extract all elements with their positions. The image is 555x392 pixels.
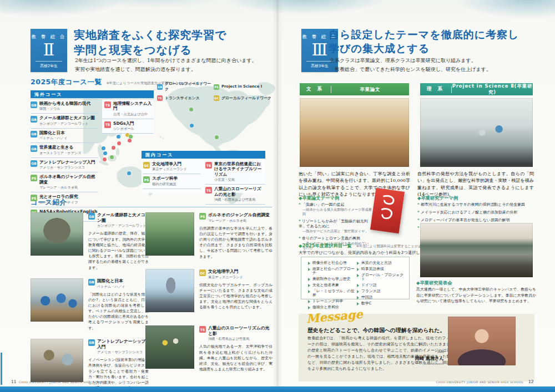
course-tag-gb: GB bbox=[157, 84, 163, 90]
course-item-text: 世界遺産と生きるオーストラリア・ケアンズ bbox=[39, 145, 82, 155]
course-tag-ts: TS bbox=[157, 95, 163, 101]
course-card: GB国際化と日本ベトナム・ハノイ「国際化とはどのような状況を指すのか?」という原… bbox=[31, 278, 149, 331]
elective-item: 時事英語表現 bbox=[357, 267, 406, 271]
elective-item: トレーニング科学 bbox=[308, 299, 357, 303]
course-item-text: 映画から考える韓国の現代韓国・ソウル bbox=[39, 101, 90, 111]
course-card-text: TS八重山のスローツーリズムの光と影沖縄・石垣島および竹富島人気の観光地である一… bbox=[199, 325, 273, 374]
footer-school-name-right: CHUO UNIVERSITY JUNIOR AND SENIOR HIGH S… bbox=[365, 381, 523, 384]
student-caption: 高校 岡崎 凰雅さん Osuke Okazaki bbox=[410, 349, 444, 365]
course-tag-ps: PS bbox=[199, 213, 206, 220]
course-item-title: ボルネオ島のジャングル自然調査 bbox=[39, 174, 97, 185]
course-tag-gb: GB bbox=[31, 131, 37, 138]
map-location-dot-ps bbox=[215, 135, 219, 139]
legend-label: Project in Science Ⅰ bbox=[221, 84, 262, 89]
course-card-title: 文化地理学入門 bbox=[208, 269, 243, 274]
program-badge-2: 教 養 総 合 Ⅱ 高校2年生 bbox=[31, 29, 67, 72]
course-tag-gb: GB bbox=[31, 101, 37, 108]
student-portrait-photo bbox=[448, 317, 516, 365]
elective-item: 米英の文化と言語 bbox=[357, 261, 406, 265]
course-item-location: 東京ディズニーランド bbox=[152, 167, 187, 172]
page-number-left: 11 bbox=[11, 379, 17, 384]
theme-title: 都市河川に生息するコサギの夜間の採餌活動とその発生要因 bbox=[417, 202, 535, 207]
bunkei-theme-heading: ◆卒業論文テーマ例 bbox=[299, 195, 339, 201]
course-tag-ps: PS bbox=[31, 175, 37, 181]
theme-subtitle: —既存サービスの活用と「繁忙期ダイヤ」 bbox=[302, 229, 372, 233]
student-name-romaji: Osuke Okazaki bbox=[410, 362, 444, 365]
course-item-location: 小笠原・父島 bbox=[214, 177, 264, 182]
elective-item: 中国語 bbox=[357, 296, 406, 299]
course-item-location: マレーシア・ボルネオ島 bbox=[39, 185, 97, 190]
course-card-body: 自然調査の基本的な手法を学んだ上で、各自の設定したテーマで調査を行います。身の周… bbox=[199, 226, 273, 259]
bunkei-label: 文 系 bbox=[300, 86, 331, 93]
course-item-location: 都内の研究施設 bbox=[152, 182, 178, 187]
course-item-location: アメリカ・サンフランシスコ bbox=[39, 165, 95, 170]
course-item-location: オーストラリア・ケアンズ bbox=[39, 151, 82, 156]
page-title-line2: 学びの集大成とする bbox=[329, 42, 519, 55]
course-card-body: 「国際化とはどのような状況を指すのか?」という原点とともに、日本における国際化の… bbox=[88, 292, 149, 331]
badge-grade-label: 高校2年生 bbox=[36, 61, 62, 69]
course-card-body: 人気の観光地である一方、太平洋戦争で住民を巻き込む地上戦がくり広げられた沖縄。本… bbox=[199, 344, 273, 372]
domestic-course-bar: 国内コース bbox=[142, 151, 265, 159]
course-card-location: 東京ディズニーランド bbox=[208, 275, 243, 280]
page-subtitle-line1: 文系クラスは卒業論文、理系クラスは卒業研究に取り組みます。 bbox=[330, 57, 491, 65]
course-item-title: 地理情報システム入門 bbox=[113, 101, 153, 111]
map-location-dot-ps bbox=[129, 135, 133, 139]
theme-item: リゾートしらかみが「五能線の観光列車」であるために—既存サービスの活用と「繁忙期… bbox=[299, 219, 372, 233]
borneo-jungle-bridge-photo bbox=[145, 212, 194, 256]
course-card-title: 国際化と日本 bbox=[97, 278, 125, 284]
rikei-laboratory-photo bbox=[420, 98, 533, 167]
course-cards-right: PSボルネオのジャングル自然調査マレーシア・ボルネオ島自然調査の基本的な手法を学… bbox=[145, 212, 273, 382]
page-title: 実地踏査をふくむ探究学習で 学問と現実をつなげる bbox=[74, 28, 226, 57]
course-card-title: アントレプレナーシップ入門 bbox=[97, 339, 149, 349]
course-tag-gb: GB bbox=[31, 145, 37, 152]
theme-item: メイラード反応におけるアミノ酸と糖の添加効果の分析 bbox=[417, 210, 535, 215]
page-subtitle: 文系クラスは卒業論文、理系クラスは卒業研究に取り組みます。 「教養総合」で磨いて… bbox=[330, 57, 491, 74]
page-left: 教 養 総 合 Ⅱ 高校2年生 実地踏査をふくむ探究学習で 学問と現実をつなげる… bbox=[0, 0, 278, 392]
course-card-head: GBアントレプレナーシップ入門アメリカ・サンフランシスコ bbox=[88, 339, 149, 355]
theme-item: 都市河川に生息するコサギの夜間の採餌活動とその発生要因 bbox=[417, 202, 535, 207]
page-title-line2: 学問と現実をつなげる bbox=[74, 43, 226, 58]
course-item-text: 東京の世界自然遺産におけるサステイナブルツーリズム小笠原・父島 bbox=[214, 161, 264, 182]
course-item: PSスポーツ科学都内の研究施設 bbox=[143, 174, 201, 189]
theme-title: メイラード反応におけるアミノ酸と糖の添加効果の分析 bbox=[417, 210, 535, 215]
course-card-text: GBクメール遺跡群と大メコン圏カンボジア・アンコールワットクメール遺跡群の歴史、… bbox=[88, 212, 149, 271]
course-card-heading: クメール遺跡群と大メコン圏カンボジア・アンコールワット bbox=[97, 212, 149, 228]
disneyland-group-photo bbox=[145, 269, 194, 312]
overseas-course-bar: 海外コース bbox=[31, 90, 154, 98]
course-card-head: GBクメール遺跡群と大メコン圏カンボジア・アンコールワット bbox=[88, 212, 149, 228]
course-item-text: ボルネオ島のジャングル自然調査マレーシア・ボルネオ島 bbox=[39, 174, 97, 190]
course-card-title: ボルネオのジャングル自然調査 bbox=[208, 212, 270, 218]
electives-heading-text: ◆2025年度選択科目一覧 bbox=[299, 243, 352, 248]
course-card-location: ベトナム・ハノイ bbox=[97, 284, 125, 289]
brochure-spread: 教 養 総 合 Ⅱ 高校2年生 実地踏査をふくむ探究学習で 学問と現実をつなげる… bbox=[0, 0, 555, 392]
rikei-label: 理 系 bbox=[420, 86, 451, 93]
legend-item-gc: GCグローカルフィールドワーク bbox=[214, 95, 279, 101]
course-item: GC文化地理学入門東京ディズニーランド bbox=[143, 160, 201, 174]
course-card-location: 沖縄・石垣島および竹富島 bbox=[208, 337, 273, 342]
elective-item: 数学C bbox=[357, 302, 406, 306]
course-item: TS八重山のスローツーリズムの光と影沖縄・石垣島および竹富島 bbox=[205, 185, 265, 205]
course-item-title: SDGs入門 bbox=[113, 121, 134, 126]
course-card-location: カンボジア・アンコールワット bbox=[97, 223, 149, 228]
theme-title: リゾートしらかみが「五能線の観光列車」であるために bbox=[299, 219, 372, 229]
course-item-location: ベトナム・ハノイ bbox=[39, 136, 68, 141]
course-card-location: アメリカ・サンフランシスコ bbox=[97, 350, 149, 355]
domestic-course-column-2: TS東京の世界自然遺産におけるサステイナブルツーリズム小笠原・父島TS八重山のス… bbox=[205, 160, 265, 205]
course-card-text: GBアントレプレナーシップ入門アメリカ・サンフランシスコイノベーション(技術革新… bbox=[88, 339, 149, 392]
bunkei-banner-title: 卒業論文 bbox=[331, 86, 409, 93]
presentation-heading: ◆卒業研究発表会 bbox=[416, 280, 452, 286]
page-subtitle: 2年生は1つのコースを選択し、1年間をかけてさまざまな問題に向き合います。 実習… bbox=[75, 57, 257, 74]
course-card-body: クメール遺跡群の歴史、保存、観光について学びます。国内外の大学や教育機関と協力し… bbox=[88, 231, 149, 270]
course-card: GC文化地理学入門東京ディズニーランド伝統文化からサブカルチャー、ポップカルチャ… bbox=[145, 269, 273, 318]
map-location-dot-gb bbox=[127, 171, 131, 175]
theme-title: メロディーパイプの基本音が発生しない原因の解明 bbox=[417, 218, 535, 223]
badge-numeral: Ⅱ bbox=[31, 40, 67, 60]
elective-item: ドイツ語 bbox=[357, 283, 406, 287]
course-item-location: 韓国・ソウル bbox=[39, 106, 90, 111]
course-tag-gb: GB bbox=[31, 160, 37, 167]
course-tag-gb: GB bbox=[88, 339, 95, 346]
theme-title: 香りのアートとロマン主義の再興 bbox=[299, 236, 372, 241]
page-subtitle-line1: 2年生は1つのコースを選択し、1年間をかけてさまざまな問題に向き合います。 bbox=[75, 57, 257, 65]
theme-title: 「虫嫌い」の一因の提起 bbox=[299, 202, 372, 207]
course-card-text: PSボルネオのジャングル自然調査マレーシア・ボルネオ島自然調査の基本的な手法を学… bbox=[199, 212, 273, 261]
